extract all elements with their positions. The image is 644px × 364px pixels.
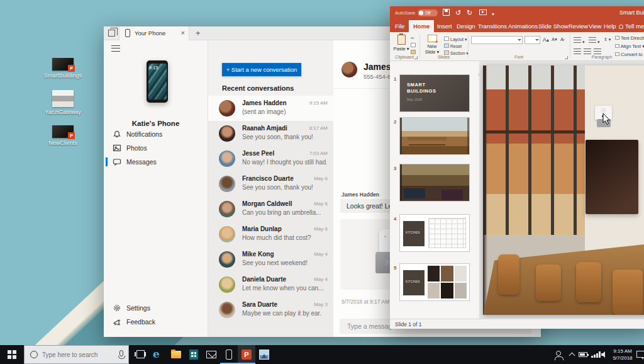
tab-transitions[interactable]: Transitions [478,20,507,32]
store-button[interactable] [185,345,203,364]
slide-thumbnail-2[interactable] [399,117,470,155]
avatar [219,125,235,142]
conversation-row[interactable]: Sara Duarte Maybe we can play it by ear.… [208,297,334,322]
avatar [219,151,235,167]
file-explorer-button[interactable] [167,345,185,364]
tab-view[interactable]: View [589,20,601,32]
powerpoint-file-icon: P [52,125,74,138]
network-tray-icon[interactable] [591,345,601,364]
desktop-icon-label: SmartBuildings [36,72,89,79]
redo-icon[interactable]: ↻ [467,9,472,17]
bell-icon [113,130,121,139]
action-center-button[interactable] [636,345,644,364]
search-input[interactable] [42,346,116,363]
package-file-icon [52,90,74,107]
toggle-knob [419,11,423,15]
conversation-row[interactable]: Daniela Duarte Let me know when you can.… [208,272,334,297]
sidebar-item-notifications[interactable]: Notifications [104,127,208,141]
slide-title: SMART BUILDINGS [407,82,451,94]
sidebar-item-label: Feedback [126,318,155,326]
microphone-icon[interactable] [119,350,123,356]
slide-number: 4 [394,216,396,222]
your-phone-taskbar-button[interactable] [220,345,238,364]
photo-collage [428,266,467,299]
powerpoint-taskbar-button[interactable]: P [238,345,255,364]
phone-icon [125,29,130,37]
new-tab-button[interactable]: + [196,28,201,38]
slide-canvas[interactable] [479,61,644,319]
sidebar: 9:15 Katie's Phone Notifications Photos … [104,40,208,337]
tab-design[interactable]: Design [457,20,475,32]
window-sets-icon[interactable] [108,30,115,37]
tab-review[interactable]: Review [569,20,588,32]
start-button[interactable] [0,345,24,364]
start-slideshow-icon[interactable] [479,9,487,15]
avatar [219,176,235,192]
conversation-row[interactable]: James Hadden (sent an image) 9:15 AM [208,96,334,121]
dialog-launcher-icon[interactable] [414,56,418,59]
windows-logo-icon [8,350,16,359]
hamburger-menu-icon[interactable] [111,45,120,52]
tab-animations[interactable]: Animations [508,20,538,32]
avatar [219,276,235,293]
taskbar-clock[interactable]: 9:15 AM 5/7/2018 [609,348,636,361]
conversation-row[interactable]: Mike Kong See you next weekend! May 4 [208,247,334,272]
taskbar-search[interactable] [24,345,129,364]
clock-time: 9:15 AM [609,348,636,355]
paragraph-group-label: Paragraph [570,55,633,59]
show-hidden-icons-button[interactable] [570,345,576,364]
task-view-button[interactable] [132,345,150,364]
sidebar-item-feedback[interactable]: Feedback [104,315,208,329]
sidebar-item-messages[interactable]: Messages [104,155,208,169]
taskbar: e P 9:15 AM 5/7/2018 [0,345,644,364]
tab-file[interactable]: File [395,20,404,32]
battery-tray-icon[interactable] [579,345,590,364]
save-icon[interactable] [443,9,450,16]
autosave-toggle[interactable]: Off [418,9,438,16]
desktop-icon-newclients[interactable]: P NewClients [36,125,89,146]
slide-thumbnail-3[interactable] [399,164,470,202]
tab-slide-show[interactable]: Slide Show [538,20,569,32]
avatar [219,201,235,217]
conversation-row[interactable]: Morgan Caldwell Can you bring an umbrell… [208,196,334,222]
dialog-launcher-icon[interactable] [565,56,568,59]
desktop-icon-smartbuildings[interactable]: P SmartBuildings [36,58,89,79]
tab-help[interactable]: Help [604,20,616,32]
network-icon [591,351,600,358]
slide-thumbnail-panel: 1 SMART BUILDINGS May 2018 2 3 4 KITCHEN… [390,61,478,319]
people-tray-button[interactable] [556,345,565,364]
ribbon: Paste ▾ ✂ Clipboard New Slide ▾ Layout ▾… [390,32,644,61]
avatar [219,251,235,268]
tab-home[interactable]: Home [409,20,434,32]
tab-your-phone[interactable]: Your Phone × [119,26,189,40]
tab-insert[interactable]: Insert [437,20,452,32]
slide-thumbnail-5[interactable]: KITCHEN [399,263,470,301]
mail-button[interactable] [203,345,220,364]
powerpoint-icon: P [242,350,252,360]
sidebar-item-photos[interactable]: Photos [104,141,208,155]
edge-button[interactable]: e [150,345,167,364]
slide-thumbnail-4[interactable]: KITCHEN [399,214,470,252]
undo-icon[interactable]: ↺ [455,9,461,17]
conversation-row[interactable]: Jesse Peel No way! I thought you still h… [208,146,334,171]
desktop-icon-yanzigateway[interactable]: YanziGateway [36,90,89,115]
photos-taskbar-button[interactable] [255,345,273,364]
quick-access-more-icon[interactable]: ▾ [492,10,494,18]
slide-thumbnail-1[interactable]: SMART BUILDINGS May 2018 [399,74,470,112]
sidebar-item-label: Notifications [126,130,162,138]
conversation-row[interactable]: Raanah Amjadi See you soon, thank you! 8… [208,121,334,146]
plus-icon: + [226,66,231,73]
sidebar-item-label: Settings [126,304,150,312]
chevron-up-icon [569,353,575,359]
tab-close-icon[interactable]: × [181,29,185,37]
conversation-row[interactable]: Francisco Duarte See you soon, thank you… [208,171,334,196]
photos-icon [113,144,121,152]
folder-icon [171,351,181,358]
conversation-row[interactable]: Maria Dunlap How much did that cost? May… [208,222,334,247]
tab-tell-me[interactable]: Tell me [619,20,644,32]
start-new-conversation-button[interactable]: + Start a new conversation [222,63,301,76]
battery-icon [579,352,587,357]
slide-number: 5 [394,265,396,271]
sidebar-item-settings[interactable]: Settings [104,301,208,315]
photos-app-icon [259,350,269,360]
